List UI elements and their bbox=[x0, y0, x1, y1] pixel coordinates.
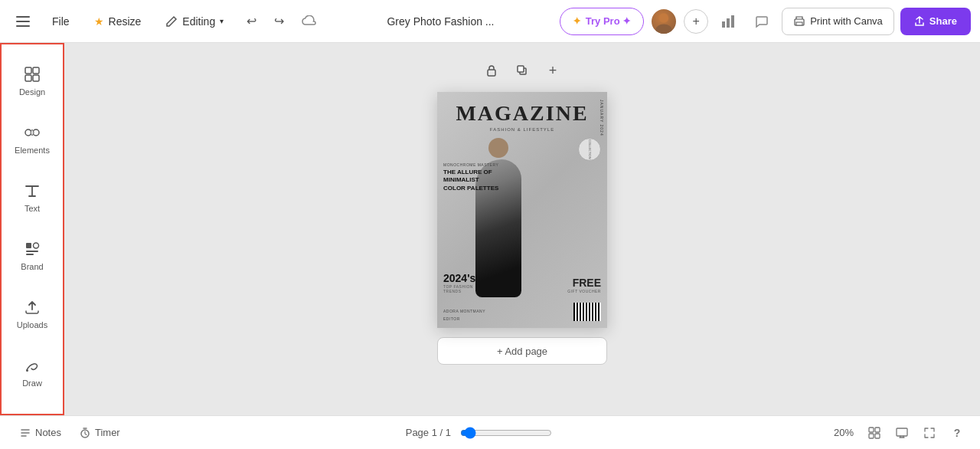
magazine-barcode bbox=[573, 303, 601, 321]
svg-rect-12 bbox=[25, 75, 31, 81]
svg-rect-9 bbox=[796, 22, 802, 25]
svg-point-18 bbox=[34, 243, 39, 248]
resize-button[interactable]: ★ Resize bbox=[85, 9, 151, 34]
print-icon bbox=[793, 15, 805, 28]
redo-button[interactable]: ↪ bbox=[266, 9, 291, 34]
notes-button[interactable]: Notes bbox=[12, 421, 69, 444]
magazine-circle: COLLECTION bbox=[578, 138, 601, 161]
svg-rect-17 bbox=[26, 243, 31, 248]
pencil-icon bbox=[165, 15, 178, 28]
fullscreen-icon bbox=[923, 427, 936, 439]
svg-rect-22 bbox=[488, 70, 495, 76]
analytics-button[interactable] bbox=[714, 8, 742, 35]
undo-redo-group: ↩ ↪ bbox=[239, 9, 291, 34]
timer-button[interactable]: Timer bbox=[72, 421, 128, 444]
sidebar-item-label: Text bbox=[24, 204, 40, 213]
zoom-percentage: 20% bbox=[830, 427, 858, 438]
svg-rect-13 bbox=[33, 75, 39, 81]
duplicate-icon bbox=[516, 64, 528, 77]
try-pro-button[interactable]: ✦ Try Pro ✦ bbox=[560, 8, 644, 35]
sidebar-item-text[interactable]: Text bbox=[3, 170, 61, 225]
bottom-left: Notes Timer bbox=[12, 421, 128, 444]
sidebar-item-label: Brand bbox=[21, 262, 43, 271]
header-left: File ★ Resize Editing ▾ ↩ ↪ bbox=[9, 8, 322, 35]
file-button[interactable]: File bbox=[43, 9, 79, 34]
fullscreen-button[interactable] bbox=[919, 422, 940, 444]
zoom-slider[interactable] bbox=[460, 427, 552, 439]
svg-rect-5 bbox=[722, 21, 725, 28]
svg-rect-24 bbox=[518, 66, 524, 72]
magazine-free: FREE bbox=[567, 277, 601, 289]
magazine-author: ADORA MONTMANY bbox=[443, 309, 485, 313]
sidebar-item-elements[interactable]: Elements bbox=[3, 112, 61, 167]
share-button[interactable]: Share bbox=[900, 8, 971, 35]
svg-rect-26 bbox=[869, 428, 874, 432]
notes-icon bbox=[20, 428, 31, 438]
lock-icon bbox=[485, 64, 498, 77]
text-icon bbox=[24, 182, 41, 199]
sidebar-item-uploads[interactable]: Uploads bbox=[3, 287, 61, 342]
magazine-article: THE ALLURE OFMINIMALISTCOLOR PALETTES bbox=[443, 169, 601, 192]
add-team-button[interactable]: + bbox=[684, 9, 708, 34]
sidebar-item-label: Draw bbox=[22, 379, 42, 388]
avatar[interactable] bbox=[650, 8, 678, 35]
sidebar-item-brand[interactable]: Brand bbox=[3, 228, 61, 283]
svg-rect-10 bbox=[25, 67, 31, 74]
lock-button[interactable] bbox=[479, 58, 504, 83]
analytics-icon bbox=[720, 14, 736, 29]
share-icon bbox=[914, 16, 925, 27]
magazine-title: MAGAZINE bbox=[443, 101, 601, 126]
crown-icon: ✦ bbox=[573, 15, 581, 27]
help-button[interactable]: ? bbox=[946, 422, 968, 444]
svg-rect-30 bbox=[897, 428, 907, 436]
svg-rect-0 bbox=[16, 16, 30, 18]
svg-rect-2 bbox=[16, 25, 30, 27]
grid-icon bbox=[868, 427, 880, 439]
avatar-image bbox=[652, 8, 676, 35]
grid-view-button[interactable] bbox=[864, 422, 885, 444]
svg-rect-19 bbox=[26, 251, 38, 252]
add-page-button[interactable]: + Add page bbox=[437, 337, 607, 365]
design-icon bbox=[24, 66, 41, 83]
svg-rect-11 bbox=[33, 67, 39, 74]
svg-rect-6 bbox=[727, 18, 730, 28]
presentation-view-button[interactable] bbox=[891, 422, 913, 444]
print-button[interactable]: Print with Canva bbox=[782, 8, 894, 35]
canvas-toolbar: + bbox=[479, 58, 565, 83]
bottom-bar: Notes Timer Page 1 / 1 20% bbox=[0, 415, 980, 449]
magazine-content: MAGAZINE FASHION & LIFESTYLE JANUARY 202… bbox=[437, 92, 607, 328]
menu-button[interactable] bbox=[9, 8, 37, 35]
cloud-icon bbox=[302, 15, 317, 28]
main-content: Design Elements Text Brand bbox=[0, 43, 980, 415]
svg-rect-7 bbox=[731, 15, 734, 28]
draw-icon bbox=[24, 357, 41, 374]
magazine-cover[interactable]: MAGAZINE FASHION & LIFESTYLE JANUARY 202… bbox=[437, 92, 607, 328]
svg-rect-1 bbox=[16, 21, 30, 22]
undo-button[interactable]: ↩ bbox=[239, 9, 263, 34]
sidebar-item-label: Uploads bbox=[17, 320, 47, 329]
sidebar: Design Elements Text Brand bbox=[0, 43, 64, 415]
sidebar-item-design[interactable]: Design bbox=[3, 54, 61, 109]
magazine-year: 2024's bbox=[443, 272, 475, 284]
svg-point-4 bbox=[656, 24, 672, 34]
bottom-center: Page 1 / 1 bbox=[140, 427, 818, 439]
magazine-monochrome: MONOCHROME MASTERY bbox=[443, 162, 601, 167]
bottom-right: 20% ? bbox=[830, 422, 968, 444]
svg-rect-28 bbox=[869, 434, 874, 438]
add-canvas-button[interactable]: + bbox=[541, 58, 565, 83]
magazine-gift: GIFT VOUCHER bbox=[567, 289, 601, 293]
comment-icon bbox=[754, 14, 769, 29]
editing-button[interactable]: Editing ▾ bbox=[156, 9, 233, 34]
comments-button[interactable] bbox=[748, 8, 776, 35]
page-indicator: Page 1 / 1 bbox=[406, 427, 451, 438]
svg-point-21 bbox=[26, 369, 28, 372]
svg-point-3 bbox=[659, 13, 668, 22]
cloud-save-button[interactable] bbox=[297, 9, 322, 34]
sidebar-item-draw[interactable]: Draw bbox=[3, 345, 61, 400]
magazine-author-title: EDITOR bbox=[443, 316, 485, 321]
svg-rect-27 bbox=[875, 428, 880, 432]
duplicate-button[interactable] bbox=[510, 58, 534, 83]
magazine-subtitle: FASHION & LIFESTYLE bbox=[443, 127, 601, 132]
header-right: ✦ Try Pro ✦ + bbox=[560, 8, 971, 35]
header: File ★ Resize Editing ▾ ↩ ↪ Grey Photo F… bbox=[0, 0, 980, 43]
